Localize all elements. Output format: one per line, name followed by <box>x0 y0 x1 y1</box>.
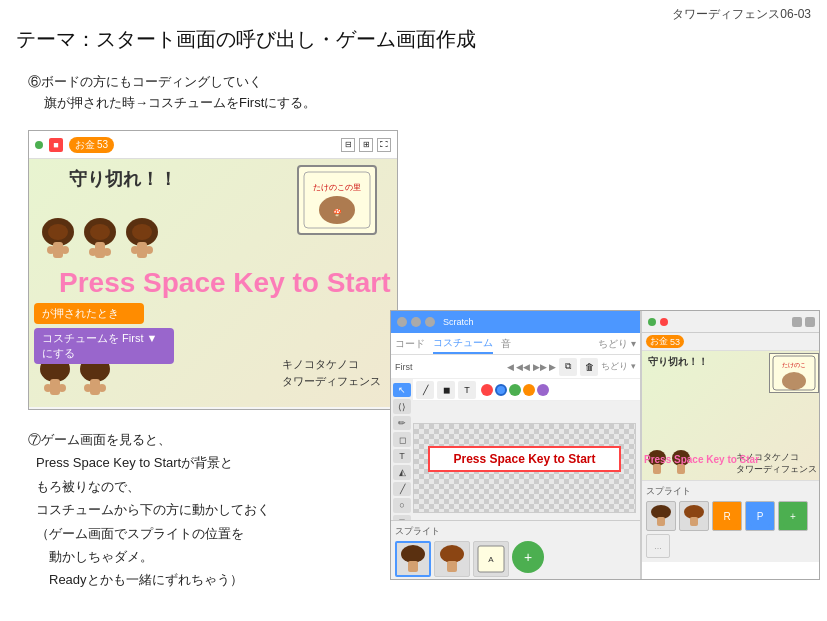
svg-point-22 <box>58 384 66 392</box>
color-green[interactable] <box>509 384 521 396</box>
color-toolbar: ✏ ╱ ◼ T <box>391 379 640 401</box>
mushroom-2 <box>81 214 119 262</box>
right-sprite-items: R P + … <box>646 501 817 558</box>
sprite-thumb-3[interactable]: A <box>473 541 509 577</box>
costume-block: コスチュームを First ▼ にする <box>34 328 174 364</box>
game-money-label: お金 <box>650 335 668 348</box>
circle-tool[interactable]: ○ <box>393 498 411 512</box>
section2-line-4: 動かしちゃダメ。 <box>36 545 270 568</box>
section1-line1: ⑥ボードの方にもコーディングしていく <box>28 72 316 93</box>
section2-header: ⑦ゲーム画面を見ると、 <box>28 428 270 451</box>
sprite-thumb-2[interactable] <box>434 541 470 577</box>
section2-line-1: もろ被りなので、 <box>36 475 270 498</box>
right-sprite-5[interactable]: + <box>778 501 808 531</box>
color-purple[interactable] <box>537 384 549 396</box>
first-label: First <box>395 362 413 372</box>
expand-icon[interactable]: ⊞ <box>359 138 373 152</box>
game-money-badge: お金 53 <box>646 335 684 348</box>
right-press-space: Press Space Key to Star <box>644 454 759 465</box>
text-tool2[interactable]: T <box>393 449 411 463</box>
game-money-bar: お金 53 <box>642 333 820 351</box>
svg-text:A: A <box>488 555 494 564</box>
game-stage: 守り切れ！！ たけのこの里 🍄 <box>29 159 397 407</box>
tab-sound[interactable]: 音 <box>501 337 511 351</box>
svg-point-40 <box>651 505 671 519</box>
counter-label: ちどり ▾ <box>601 360 636 373</box>
svg-rect-28 <box>408 561 418 572</box>
svg-point-42 <box>684 505 704 519</box>
eraser-tool[interactable]: ◻ <box>393 432 411 446</box>
game-stop-btn[interactable] <box>660 318 668 326</box>
fill-tool2[interactable]: ◭ <box>393 465 411 479</box>
window-btn-2[interactable] <box>411 317 421 327</box>
toolbar-nav: ◀ ◀◀ ▶▶ ▶ <box>507 362 557 372</box>
editor-titlebar: Scratch <box>391 311 640 333</box>
shrink-icon[interactable]: ⊟ <box>341 138 355 152</box>
mushroom-1 <box>39 214 77 262</box>
svg-rect-39 <box>677 464 685 474</box>
right-sprite-6[interactable]: … <box>646 534 670 558</box>
scratch-editor-panel: Scratch コード コスチューム 音 ちどり ▾ First ◀ ◀◀ ▶▶… <box>391 311 641 580</box>
svg-point-26 <box>98 384 106 392</box>
add-sprite-btn[interactable]: + <box>512 541 544 573</box>
svg-point-27 <box>401 545 425 563</box>
right-game-stage: 守り切れ！！ たけのこ キノコタケノコ タワーディフェンス Press S <box>642 351 820 481</box>
sprite-list: A + <box>395 541 636 577</box>
trash-tool[interactable]: 🗑 <box>580 358 598 376</box>
green-flag-icon[interactable] <box>35 141 43 149</box>
game-btn-2[interactable] <box>805 317 815 327</box>
sprite-thumb-1[interactable] <box>395 541 431 577</box>
paint-tool[interactable]: ✏ <box>393 416 411 430</box>
text-tool[interactable]: T <box>458 381 476 399</box>
scratch-topbar: ■ お金 53 ⊟ ⊞ ⛶ <box>29 131 397 159</box>
copy-tool[interactable]: ⧉ <box>559 358 577 376</box>
svg-rect-41 <box>657 517 665 526</box>
color-swatches <box>481 384 549 396</box>
section2-body: Press Space Key to Startが背景と もろ被りなので、 コス… <box>28 451 270 591</box>
svg-point-25 <box>84 384 92 392</box>
tab-code[interactable]: コード <box>395 337 425 351</box>
editor-tabs: コード コスチューム 音 ちどり ▾ <box>391 333 640 355</box>
press-space-canvas-box: Press Space Key to Start <box>428 446 621 472</box>
mushroom-top-row <box>39 214 161 262</box>
color-orange[interactable] <box>523 384 535 396</box>
svg-point-21 <box>44 384 52 392</box>
window-btn-3[interactable] <box>425 317 435 327</box>
svg-point-13 <box>103 248 111 256</box>
select-tool[interactable]: ↖ <box>393 383 411 397</box>
color-blue[interactable] <box>495 384 507 396</box>
scratch-icons: ⊟ ⊞ ⛶ <box>341 138 391 152</box>
svg-point-12 <box>89 248 97 256</box>
svg-text:P: P <box>757 511 764 522</box>
svg-point-29 <box>440 545 464 563</box>
right-sprite-4[interactable]: P <box>745 501 775 531</box>
money-badge: お金 53 <box>69 137 114 153</box>
right-sprite-header: スプライト <box>646 485 817 498</box>
right-sprite-3[interactable]: R <box>712 501 742 531</box>
stop-icon[interactable]: ■ <box>49 138 63 152</box>
stage-jp-text: キノコタケノコ タワーディフェンス <box>282 356 381 389</box>
section2-line-3: （ゲーム画面でスプライトの位置を <box>36 522 270 545</box>
line-tool2[interactable]: ╱ <box>393 482 411 496</box>
right-sprite-1[interactable] <box>646 501 676 531</box>
right-screenshot: Scratch コード コスチューム 音 ちどり ▾ First ◀ ◀◀ ▶▶… <box>390 310 820 580</box>
svg-rect-37 <box>653 464 661 474</box>
svg-text:たけのこ: たけのこ <box>782 362 806 369</box>
color-red[interactable] <box>481 384 493 396</box>
tab-costume[interactable]: コスチューム <box>433 333 493 354</box>
fill-tool[interactable]: ◼ <box>437 381 455 399</box>
section2-line-2: コスチュームから下の方に動かしておく <box>36 498 270 521</box>
fullscreen-icon[interactable]: ⛶ <box>377 138 391 152</box>
svg-rect-11 <box>95 242 105 258</box>
game-green-flag[interactable] <box>648 318 656 326</box>
line-tool[interactable]: ╱ <box>416 381 434 399</box>
right-sprite-list: スプライト R P + … <box>642 481 820 562</box>
reshape-tool[interactable]: ⟨⟩ <box>393 399 411 413</box>
left-toolbox: ↖ ⟨⟩ ✏ ◻ T ◭ ╱ ○ □ <box>391 379 413 529</box>
right-stage-title: 守り切れ！！ <box>648 355 708 369</box>
game-btn-1[interactable] <box>792 317 802 327</box>
editor-title: Scratch <box>443 317 474 327</box>
code-blocks-area: が押されたとき コスチュームを First ▼ にする <box>34 303 174 364</box>
right-sprite-2[interactable] <box>679 501 709 531</box>
window-btn-1[interactable] <box>397 317 407 327</box>
